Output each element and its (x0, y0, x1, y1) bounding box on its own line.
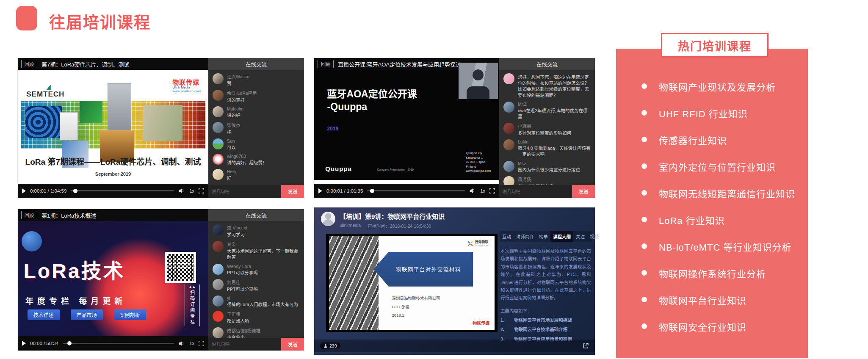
course-description-panel: 本次课程主要围绕物联网及物联网云平台的市场发展和挑战展开，详细介绍了物联网云平台… (500, 247, 591, 343)
avatar (213, 224, 224, 235)
speed-button[interactable]: 1x (189, 341, 194, 346)
slide-caption: Company Presentation - 2019 (377, 168, 414, 171)
tab-outline[interactable]: 课程大纲 (550, 231, 573, 242)
chat-messages: 汪兴Wasim赞 余洋-LoRa应用讲的真好 Malcolm讲的好 张俊杰棒 S… (208, 70, 304, 185)
volume-icon[interactable] (469, 188, 476, 193)
avatar (213, 73, 224, 84)
video4-slide: 日海物联 SUNSEA IoT 物联网平台对外交流材料 深圳日海物联技术有限公司… (329, 236, 495, 330)
quuppa-logo: Quuppa (325, 165, 352, 172)
slide-photo-pcb (80, 101, 102, 124)
fullscreen-icon[interactable] (489, 188, 495, 193)
hot-courses-title: 热门培训课程 (678, 37, 752, 54)
progress-bar[interactable] (367, 190, 465, 191)
bullet-icon (641, 243, 647, 249)
video2-player[interactable]: 回顾 直播公开课:蓝牙AOA定位技术发展与应用趋势探讨 蓝牙AOA定位公开课 -… (314, 58, 499, 198)
chat-message: 风清扬与UHF比较怎么样 (503, 176, 591, 185)
up-arrows-icon: ▲▲ (189, 285, 196, 289)
slide-buttons: 技术详述 产品市场 案例剖析 (28, 309, 146, 320)
fullscreen-icon[interactable] (199, 341, 204, 346)
replay-badge: 回顾 (21, 211, 37, 219)
list-item: 物联网安全行业知识 (641, 313, 808, 340)
tag-product-market: 产品市场 (71, 309, 103, 320)
video-card-iot-platform: 【培训】第9讲：物联网平台行业知识 ulinkmedia 直播时间：2018-0… (314, 207, 595, 355)
fullscreen-icon[interactable] (199, 188, 204, 193)
arrow-banner: 物联网平台对外交流材料 (374, 252, 473, 287)
chat-header: 在线交流 (208, 209, 304, 221)
list-item: 传感器行业知识 (641, 126, 808, 153)
play-icon[interactable] (318, 188, 322, 193)
list-item: LoRa 行业知识 (641, 206, 808, 233)
tab-lecturer[interactable]: 讲师简介 (514, 231, 536, 242)
chat-messages: 斌 Vincent学习学习 甘泉大家技术问题这里留言，下一期我会解答 Wendy… (208, 221, 304, 338)
send-button[interactable]: 发送 (281, 338, 304, 351)
volume-icon[interactable] (178, 341, 185, 346)
send-button[interactable]: 发送 (572, 185, 595, 198)
slide-photo-waves (25, 106, 62, 138)
presenter-webcam (459, 63, 498, 99)
chat-message: wing0783讲的真好，超级赞！ (213, 154, 300, 166)
chat-input[interactable] (208, 338, 281, 351)
bullet-icon (641, 217, 647, 222)
video2-title: 直播公开课:蓝牙AOA定位技术发展与应用趋势探讨 (338, 60, 461, 68)
share-icon[interactable] (582, 342, 589, 349)
video-card-aoa: 回顾 直播公开课:蓝牙AOA定位技术发展与应用趋势探讨 蓝牙AOA定位公开课 -… (314, 58, 595, 198)
time-display: 0:00:01 / 1:01:35 (326, 188, 363, 193)
tab-ranking[interactable]: 榜单 (536, 231, 550, 242)
slide-subtitle: 年度专栏 每月更新 (25, 295, 126, 306)
video3-player[interactable]: 回顾 第1期：LoRa技术概述 LoRa技术 年度专栏 每月更新 技术详述 产品… (18, 209, 208, 351)
time-display: 0:00:01 / 1:04:59 (30, 188, 66, 193)
chat-input-bar: 发送 (499, 185, 595, 198)
chat-message: Lukin蓝牙4.0 要做到aoa，天线设计应该有一定的要求吧 (503, 139, 591, 157)
speed-button[interactable]: 1x (189, 188, 194, 193)
outline-item: 1、物联网云平台市场发展和挑战 (500, 316, 591, 324)
progress-handle[interactable] (73, 189, 77, 193)
chat-input[interactable] (499, 185, 572, 198)
qr-pattern (167, 254, 194, 281)
speed-button[interactable]: 1x (480, 188, 485, 193)
avatar (213, 279, 224, 290)
list-item: 物联网平台行业知识 (641, 286, 808, 313)
avatar (213, 295, 224, 307)
chat-input[interactable] (208, 185, 281, 198)
viewer-icon (323, 344, 328, 348)
slide-photo-meter (60, 112, 78, 141)
tab-interaction[interactable]: 互动 (500, 231, 514, 242)
avatar (213, 241, 224, 252)
video3-chat: 在线交流 斌 Vincent学习学习 甘泉大家技术问题这里留言，下一期我会解答 … (208, 209, 304, 351)
outline-title: 主要内容如下： (500, 307, 591, 315)
progress-bar[interactable] (63, 343, 174, 344)
avatar (213, 264, 224, 275)
video1-title: 第7期：LoRa硬件芯片、调制、测试 (41, 60, 129, 68)
video1-player[interactable]: 回顾 第7期：LoRa硬件芯片、调制、测试 SEMTECH 物联传媒 Ulink… (18, 58, 208, 198)
volume-icon[interactable] (178, 188, 185, 193)
slide-title: LoRa技术 (24, 254, 125, 284)
avatar (503, 123, 514, 134)
progress-handle[interactable] (67, 341, 72, 345)
video4-tabs: 互动 讲师简介 榜单 课程大纲 关注 视频 (500, 231, 592, 242)
send-button[interactable]: 发送 (281, 185, 304, 198)
tab-follow[interactable]: 关注 (573, 231, 587, 242)
replay-badge: 回顾 (21, 60, 37, 68)
progress-handle[interactable] (370, 189, 374, 193)
avatar (503, 139, 514, 150)
section-title: 往届培训课程 (49, 9, 151, 33)
progress-bar[interactable] (71, 190, 174, 191)
letterbox-strip (314, 180, 499, 184)
video4-player[interactable]: 日海物联 SUNSEA IoT 物联网平台对外交流材料 深圳日海物联技术有限公司… (326, 234, 498, 332)
play-icon[interactable] (22, 188, 26, 193)
video4-title: 【培训】第9讲：物联网平台行业知识 (340, 212, 445, 221)
list-item: 物联网产业现状及发展分析 (641, 73, 808, 99)
tab-video[interactable]: 视频 (587, 231, 601, 242)
bullet-icon (641, 270, 647, 276)
bullet-icon (641, 323, 647, 329)
video3-header: 回顾 第1期：LoRa技术概述 (18, 209, 208, 221)
play-icon[interactable] (22, 341, 26, 346)
chat-message: 张俊杰棒 (213, 122, 300, 135)
video3-slide: LoRa技术 年度专栏 每月更新 技术详述 产品市场 案例剖析 ▲▲ 扫码订阅专… (18, 221, 208, 336)
chat-header: 在线交流 (208, 58, 304, 70)
chat-input-bar: 发送 (208, 185, 304, 198)
avatar (503, 176, 514, 185)
slide-title: 蓝牙AOA定位公开课 -Quuppa (327, 88, 417, 113)
chat-message: Hery好 (213, 169, 300, 181)
company-block: 深圳日海物联技术有限公司 CTO 邹俊 2018.1 (392, 294, 440, 320)
